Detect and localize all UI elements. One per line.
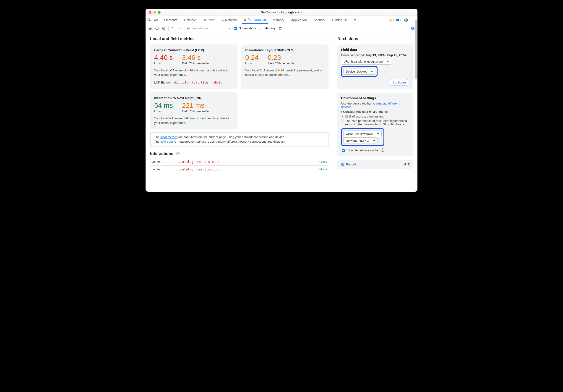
lcp-local-value: 4.40 s — [154, 54, 173, 61]
screenshots-checkbox-input[interactable] — [234, 27, 237, 30]
svg-point-6 — [413, 21, 413, 21]
record-shortcut: ⌘ E — [404, 162, 410, 166]
warning-icon — [389, 19, 392, 21]
traffic-lights — [146, 11, 161, 14]
next-steps-heading: Next steps — [337, 37, 413, 41]
lcp-title: Largest Contentful Paint (LCP) — [154, 48, 233, 52]
tab-elements[interactable]: Elements — [162, 16, 179, 24]
cls-card: Cumulative Layout Shift (CLS) 0.24 Local… — [241, 44, 329, 89]
cpu-select[interactable]: CPU: 20× slowdown — [343, 131, 382, 137]
cls-title: Cumulative Layout Shift (CLS) — [245, 48, 324, 52]
local-metrics-link[interactable]: local metrics — [160, 135, 178, 139]
svg-point-4 — [413, 18, 413, 19]
tab-security[interactable]: Security — [312, 16, 327, 24]
kebab-menu-icon[interactable] — [411, 18, 415, 22]
screenshots-checkbox[interactable]: Screenshots — [233, 26, 256, 31]
issues-icon — [396, 19, 399, 21]
url-select[interactable]: URL: https://fonts.google.com/ — [341, 58, 391, 65]
svg-point-13 — [382, 151, 383, 151]
svg-point-3 — [406, 19, 407, 21]
cls-summary: Your local CLS value of 0.24 needs impro… — [245, 68, 324, 77]
inp-summary: Your local INP value of 64 ms is good, a… — [154, 116, 233, 125]
metrics-note: The local metrics are captured from the … — [150, 132, 329, 147]
field-data-link[interactable]: field data — [160, 140, 173, 143]
trash-icon[interactable] — [278, 26, 282, 31]
interactions-table: pointer p.catalog__results-count 48 ms p… — [150, 158, 329, 173]
interaction-row[interactable]: pointer p.catalog__results-count 64 ms — [150, 165, 329, 173]
metrics-heading: Local and field metrics — [150, 37, 329, 41]
network-select[interactable]: Network: Fast 4G — [343, 137, 378, 144]
tab-application[interactable]: Application — [289, 16, 309, 24]
device-select-highlight: Device: Desktop — [341, 66, 378, 77]
tab-console[interactable]: Console — [182, 16, 198, 24]
titlebar: DevTools - fonts.google.com/ — [146, 9, 417, 16]
devtools-window: DevTools - fonts.google.com/ Elements Co… — [146, 9, 417, 192]
lcp-card: Largest Contentful Paint (LCP) 4.40 s Lo… — [150, 44, 237, 89]
env-summary[interactable]: Consider real user environments — [341, 110, 410, 113]
inp-title: Interaction to Next Paint (INP) — [154, 96, 233, 100]
device-select[interactable]: Device: Desktop — [343, 68, 375, 75]
lcp-local-label: Local — [154, 62, 173, 65]
env-details[interactable]: Consider real user environments 82% of u… — [341, 110, 410, 126]
zoom-window-button[interactable] — [158, 11, 161, 14]
memory-checkbox[interactable]: Memory — [258, 26, 276, 31]
more-tabs-icon[interactable] — [353, 18, 357, 22]
inp-field-value: 221 ms — [182, 102, 209, 109]
svg-rect-1 — [154, 19, 157, 21]
upload-icon[interactable] — [171, 26, 175, 31]
env-bullet: 82% of users are on desktop. — [345, 115, 410, 118]
env-bullet: The 75th percentile of real users experi… — [345, 119, 410, 126]
tab-performance[interactable]: Performance — [242, 16, 268, 24]
next-steps-panel: Next steps Field data Collection period:… — [333, 32, 417, 192]
performance-toolbar: (no recordings) ▾ Screenshots Memory — [146, 24, 417, 32]
devtools-tabstrip: Elements Console Sources Network Perform… — [146, 16, 417, 24]
configure-button[interactable]: Configure — [388, 79, 410, 86]
tab-network[interactable]: Network — [219, 16, 239, 24]
minimize-window-button[interactable] — [153, 11, 156, 14]
record-card: Record ⌘ E — [337, 160, 413, 169]
warning-icon — [221, 19, 224, 21]
help-icon[interactable] — [380, 148, 385, 152]
lcp-field-label: Field 75th percentile — [182, 62, 209, 65]
field-data-card: Field data Collection period: Aug 19, 20… — [337, 44, 413, 89]
vertical-scrollbar[interactable] — [415, 32, 417, 79]
panel-tabs: Elements Console Sources Network Perform… — [160, 16, 357, 24]
cls-field-value: 0.23 — [268, 54, 294, 61]
disable-cache-checkbox[interactable] — [342, 149, 345, 152]
inspect-icon[interactable] — [147, 18, 152, 22]
lcp-element[interactable]: LCP Element div.tile__text.tile__roboto — [154, 80, 233, 85]
record-button[interactable]: Record — [341, 163, 356, 166]
tab-memory[interactable]: Memory — [271, 16, 286, 24]
throttling-highlight: CPU: 20× slowdown Network: Fast 4G — [341, 128, 384, 146]
warning-icon — [244, 18, 246, 21]
warnings-chip[interactable]: 1 — [389, 18, 394, 22]
svg-point-10 — [412, 28, 414, 29]
svg-point-5 — [413, 20, 413, 20]
cls-local-value: 0.24 — [245, 54, 258, 61]
lcp-field-value: 3.46 s — [182, 54, 209, 61]
lcp-summary: Your local LCP value of 4.40 s is poor, … — [154, 68, 233, 77]
svg-rect-2 — [157, 19, 158, 21]
inp-card: Interaction to Next Paint (INP) 64 ms Lo… — [150, 92, 237, 129]
issues-chip[interactable]: 2 — [396, 18, 401, 22]
device-toolbar-icon[interactable] — [154, 18, 158, 22]
settings-icon[interactable] — [404, 18, 408, 22]
clear-interactions-icon[interactable] — [176, 151, 180, 156]
clear-icon[interactable] — [162, 26, 166, 31]
metrics-panel: Local and field metrics Largest Contentf… — [146, 32, 333, 192]
chevron-down-icon: ▾ — [229, 26, 230, 30]
interactions-heading: Interactions — [150, 151, 173, 156]
reload-record-icon[interactable] — [155, 26, 159, 31]
close-window-button[interactable] — [149, 11, 152, 14]
panel-settings-icon[interactable] — [411, 26, 415, 31]
environment-card: Environment settings Use the device tool… — [337, 93, 413, 156]
svg-point-8 — [150, 28, 151, 29]
recordings-select[interactable]: (no recordings) ▾ — [187, 26, 230, 30]
tab-lighthouse[interactable]: Lighthouse — [330, 16, 349, 24]
tab-sources[interactable]: Sources — [201, 16, 216, 24]
interaction-row[interactable]: pointer p.catalog__results-count 48 ms — [150, 158, 329, 165]
inp-local-value: 64 ms — [154, 102, 173, 109]
download-icon[interactable] — [178, 26, 182, 31]
record-icon[interactable] — [148, 26, 152, 31]
memory-checkbox-input[interactable] — [259, 27, 262, 30]
